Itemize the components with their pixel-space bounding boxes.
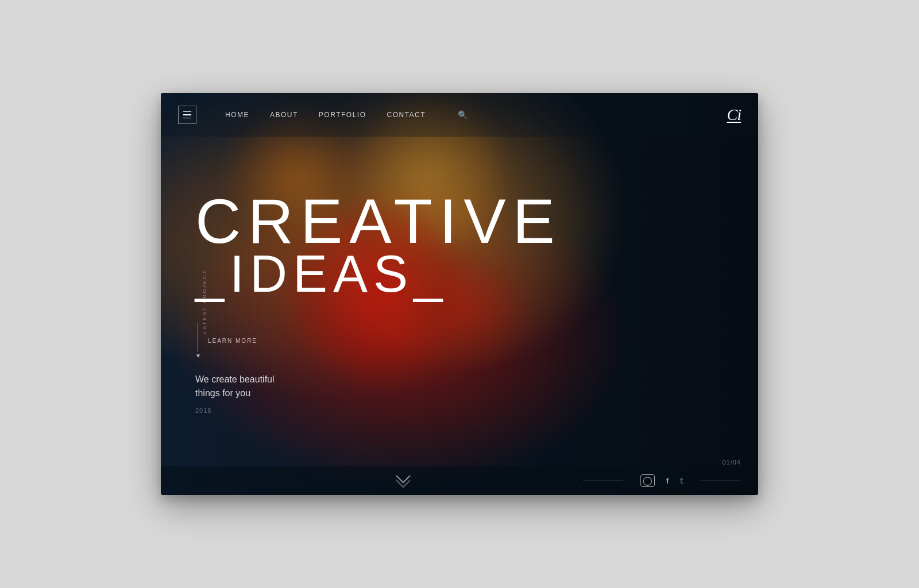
social-line-right xyxy=(701,481,741,481)
browser-frame: HOME ABOUT PORTFOLIO CONTACT 🔍 Ci LATEST… xyxy=(161,93,758,495)
website: HOME ABOUT PORTFOLIO CONTACT 🔍 Ci LATEST… xyxy=(161,93,758,495)
hamburger-line-1 xyxy=(183,111,191,113)
social-links: ◯ f 𝕥 xyxy=(583,474,741,487)
search-icon[interactable]: 🔍 xyxy=(458,110,468,119)
learn-more-button[interactable]: LEARN MORE xyxy=(208,338,257,344)
hamburger-menu[interactable] xyxy=(178,106,196,124)
hero-year: 2018 xyxy=(195,407,729,414)
scroll-indicator[interactable] xyxy=(398,475,408,486)
hero-section: LATEST PROJECT CREATIVE _IDEAS_ ▼ LEARN … xyxy=(161,137,758,466)
twitter-icon[interactable]: 𝕥 xyxy=(680,477,684,485)
footer-bar: ◯ f 𝕥 xyxy=(161,466,758,495)
nav-links: HOME ABOUT PORTFOLIO CONTACT 🔍 xyxy=(225,110,468,119)
hero-subtitle: We create beautifulthings for you xyxy=(195,373,729,400)
nav-contact[interactable]: CONTACT xyxy=(387,111,426,119)
nav-portfolio[interactable]: PORTFOLIO xyxy=(319,111,366,119)
nav-home[interactable]: HOME xyxy=(225,111,249,119)
hamburger-line-2 xyxy=(183,114,191,115)
facebook-icon[interactable]: f xyxy=(666,477,669,485)
latest-project-label: LATEST PROJECT xyxy=(202,269,207,334)
learn-more-section: ▼ LEARN MORE xyxy=(195,323,729,359)
social-line-left xyxy=(583,481,623,481)
arrow-down-icon: ▼ xyxy=(195,353,201,359)
vertical-line xyxy=(198,323,198,351)
hero-title-ideas: _IDEAS_ xyxy=(195,248,729,300)
hamburger-line-3 xyxy=(183,118,191,119)
nav-about[interactable]: ABOUT xyxy=(270,111,298,119)
site-logo: Ci xyxy=(727,106,741,124)
learn-more-line: ▼ xyxy=(195,323,201,359)
hero-title-creative: CREATIVE xyxy=(195,189,729,253)
navigation: HOME ABOUT PORTFOLIO CONTACT 🔍 Ci xyxy=(161,93,758,137)
instagram-icon[interactable]: ◯ xyxy=(640,474,655,487)
